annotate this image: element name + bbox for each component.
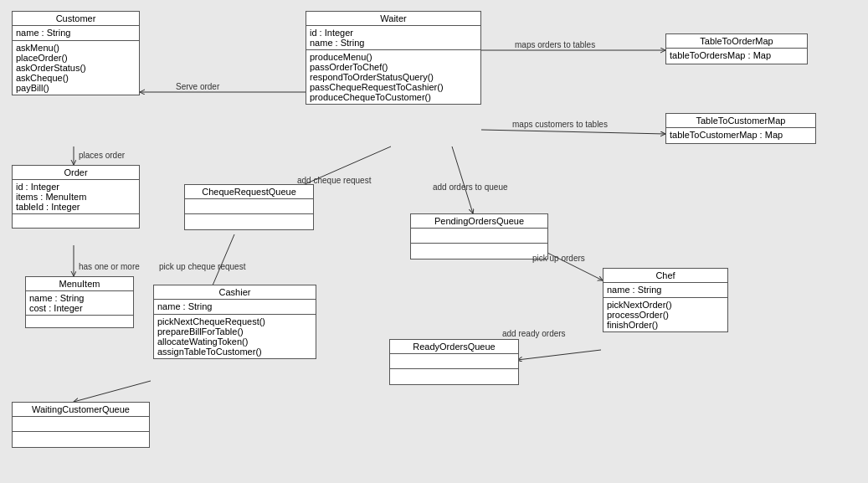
chef-methods: pickNextOrder()processOrder()finishOrder…: [603, 298, 727, 331]
svg-line-4: [481, 130, 665, 134]
cashier-attributes: name : String: [154, 300, 316, 315]
cheque-request-queue-methods: [185, 214, 313, 229]
customer-attributes: name : String: [13, 26, 139, 41]
cheque-request-queue-header: ChequeRequestQueue: [185, 185, 313, 199]
ready-orders-queue-header: ReadyOrdersQueue: [390, 340, 518, 354]
table-to-customer-map-header: TableToCustomerMap: [666, 114, 815, 128]
ready-orders-queue-attr: [390, 354, 518, 369]
svg-line-9: [517, 350, 601, 360]
add-orders-to-queue-label: add orders to queue: [433, 182, 508, 192]
pick-up-cheque-request-label: pick up cheque request: [159, 262, 245, 271]
maps-orders-label: maps orders to tables: [515, 40, 595, 49]
waiting-customer-queue-class: WaitingCustomerQueue: [12, 402, 150, 448]
cashier-class: Cashier name : String pickNextChequeRequ…: [153, 285, 316, 359]
pick-up-orders-label: pick up orders: [532, 254, 585, 263]
waiter-attributes: id : Integername : String: [306, 26, 480, 50]
cashier-class-header: Cashier: [154, 285, 316, 300]
cheque-request-queue-attr: [185, 199, 313, 214]
table-to-order-map-class: TableToOrderMap tableToOrdersMap : Map: [665, 33, 808, 64]
places-order-label: places order: [79, 151, 125, 160]
table-to-customer-map-attributes: tableToCustomerMap : Map: [666, 128, 815, 143]
customer-class-header: Customer: [13, 12, 139, 26]
waiting-customer-queue-header: WaitingCustomerQueue: [13, 403, 149, 417]
table-to-customer-map-class: TableToCustomerMap tableToCustomerMap : …: [665, 113, 816, 144]
chef-attributes: name : String: [603, 283, 727, 298]
waiter-class: Waiter id : Integername : String produce…: [306, 11, 481, 105]
menu-item-methods-empty: [26, 316, 133, 327]
pending-orders-queue-attr: [411, 229, 547, 244]
ready-orders-queue-methods: [390, 369, 518, 384]
ready-orders-queue-class: ReadyOrdersQueue: [389, 339, 519, 385]
pending-orders-queue-header: PendingOrdersQueue: [411, 214, 547, 229]
menu-item-class-header: MenuItem: [26, 277, 133, 291]
serve-order-label: Serve order: [176, 82, 219, 91]
pending-orders-queue-class: PendingOrdersQueue: [410, 213, 548, 259]
add-cheque-request-label: add cheque request: [297, 176, 371, 185]
pending-orders-queue-methods: [411, 244, 547, 259]
add-ready-orders-label: add ready orders: [502, 329, 566, 338]
svg-line-10: [74, 381, 151, 402]
order-methods-empty: [13, 214, 139, 228]
waiter-methods: produceMenu()passOrderToChef()respondToO…: [306, 50, 480, 104]
table-to-order-map-header: TableToOrderMap: [666, 34, 807, 49]
cashier-methods: pickNextChequeRequest()prepareBillForTab…: [154, 315, 316, 358]
order-attributes: id : Integeritems : MenuItemtableId : In…: [13, 180, 139, 214]
chef-class-header: Chef: [603, 269, 727, 283]
order-class-header: Order: [13, 166, 139, 180]
has-one-or-more-label: has one or more: [79, 262, 140, 271]
waiting-customer-queue-methods: [13, 432, 149, 447]
menu-item-class: MenuItem name : Stringcost : Integer: [25, 276, 134, 328]
maps-customers-label: maps customers to tables: [512, 120, 608, 129]
order-class: Order id : Integeritems : MenuItemtableI…: [12, 165, 140, 229]
svg-line-6: [452, 146, 473, 213]
menu-item-attributes: name : Stringcost : Integer: [26, 291, 133, 316]
chef-class: Chef name : String pickNextOrder()proces…: [603, 268, 728, 332]
table-to-order-map-attributes: tableToOrdersMap : Map: [666, 49, 807, 64]
waiter-class-header: Waiter: [306, 12, 480, 26]
cheque-request-queue-class: ChequeRequestQueue: [184, 184, 314, 230]
waiting-customer-queue-attr: [13, 417, 149, 432]
customer-class: Customer name : String askMenu()placeOrd…: [12, 11, 140, 95]
customer-methods: askMenu()placeOrder()askOrderStatus()ask…: [13, 41, 139, 95]
